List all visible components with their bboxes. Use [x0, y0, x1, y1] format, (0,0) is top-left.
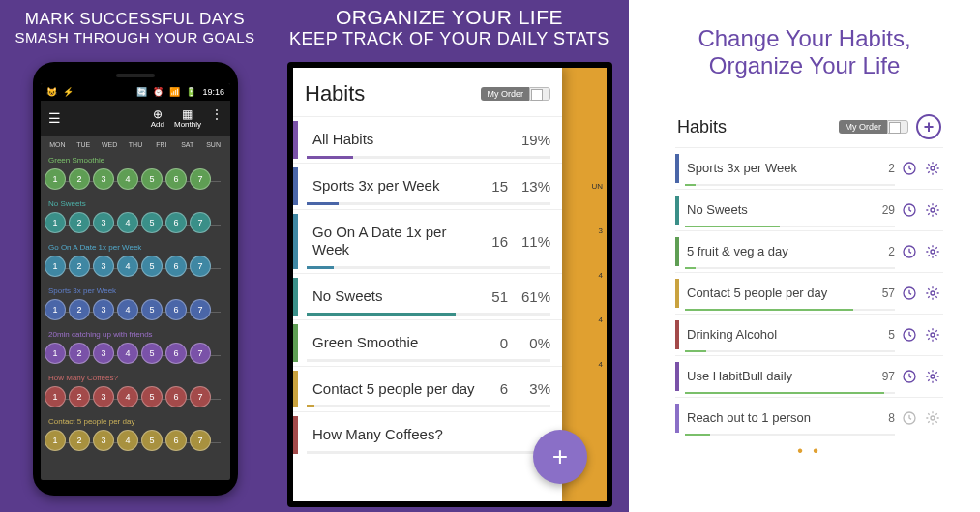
day-bubble[interactable]: 3	[93, 168, 114, 190]
day-bubble[interactable]: 5	[141, 256, 163, 277]
settings-icon[interactable]	[924, 160, 941, 177]
day-bubble[interactable]: 6	[165, 212, 187, 233]
settings-icon[interactable]	[924, 243, 941, 260]
order-toggle[interactable]: My Order	[481, 87, 550, 101]
habit-row[interactable]: Drinking Alcohol5	[675, 314, 943, 355]
reminder-icon[interactable]	[901, 285, 918, 302]
svg-point-9	[931, 333, 935, 337]
day-bubble[interactable]: 5	[141, 343, 163, 364]
habit-count: 8	[870, 411, 895, 425]
day-bubble[interactable]: 6	[165, 343, 187, 364]
day-bubble[interactable]: 1	[45, 386, 66, 407]
clock-text: 19:16	[202, 87, 224, 97]
day-bubble[interactable]: 4	[117, 343, 138, 364]
day-bubble[interactable]: 1	[45, 256, 66, 277]
habit-name: Drinking Alcohol	[677, 327, 870, 343]
fab-add-button[interactable]: +	[533, 430, 587, 484]
day-bubble[interactable]: 7	[190, 430, 211, 451]
habit-row[interactable]: Use HabitBull daily97	[675, 355, 943, 397]
habit-stat-row[interactable]: Contact 5 people per day63%	[293, 366, 562, 412]
day-bubble[interactable]: 7	[190, 256, 211, 277]
day-bubble[interactable]: 4	[117, 386, 138, 407]
habits-card-header: Habits My Order +	[675, 108, 943, 147]
reminder-icon[interactable]	[901, 368, 918, 385]
day-bubble[interactable]: 7	[190, 212, 211, 233]
day-bubble[interactable]: 5	[141, 386, 163, 407]
reminder-icon[interactable]	[901, 243, 918, 260]
progress-bar	[685, 350, 895, 352]
day-bubble[interactable]: 5	[141, 299, 163, 320]
day-bubble[interactable]: 2	[69, 430, 90, 451]
habit-stat-row[interactable]: Go On A Date 1x per Week1611%	[293, 209, 562, 274]
menu-icon[interactable]: ☰	[48, 110, 61, 126]
habit-stat-row[interactable]: Green Smoothie00%	[293, 319, 562, 366]
day-bubble[interactable]: 7	[190, 386, 211, 407]
day-bubble[interactable]: 6	[165, 386, 187, 407]
order-label: My Order	[839, 120, 887, 134]
day-bubble[interactable]: 5	[141, 430, 163, 451]
habit-row[interactable]: Reach out to 1 person8	[675, 397, 943, 438]
day-bubble[interactable]: 4	[117, 212, 138, 233]
day-bubble[interactable]: 2	[69, 386, 90, 407]
day-bubble[interactable]: 5	[141, 168, 163, 190]
day-bubble[interactable]: 4	[117, 430, 138, 451]
habit-stat-row[interactable]: Sports 3x per Week1513%	[293, 163, 562, 209]
day-bubble[interactable]: 3	[93, 212, 114, 233]
progress-bar	[685, 309, 895, 311]
day-bubble[interactable]: 3	[93, 343, 114, 364]
reminder-icon[interactable]	[901, 201, 918, 219]
day-bubble[interactable]: 4	[117, 168, 138, 190]
habit-row[interactable]: No Sweets29	[675, 189, 943, 230]
settings-icon[interactable]	[924, 201, 941, 219]
day-bubble[interactable]: 4	[117, 299, 138, 320]
day-bubble[interactable]: 1	[45, 212, 66, 233]
day-bubble[interactable]: 3	[93, 386, 114, 407]
habit-row[interactable]: 5 fruit & veg a day2	[675, 230, 943, 272]
day-bubble[interactable]: 3	[93, 299, 114, 320]
habit-percent: 3%	[508, 380, 550, 397]
day-bubble[interactable]: 6	[165, 299, 187, 320]
day-bubble[interactable]: 2	[69, 256, 90, 277]
day-bubble[interactable]: 2	[69, 212, 90, 233]
reminder-icon[interactable]	[901, 409, 918, 427]
reminder-icon[interactable]	[901, 160, 918, 177]
habit-week-row: 1234567	[41, 341, 230, 370]
settings-icon[interactable]	[924, 326, 941, 344]
day-bubble[interactable]: 6	[165, 430, 187, 451]
day-bubble[interactable]: 6	[165, 168, 187, 190]
day-bubble[interactable]: 7	[190, 343, 211, 364]
day-bubble[interactable]: 6	[165, 256, 187, 277]
overflow-button[interactable]: ⋮	[211, 108, 223, 129]
svg-point-11	[931, 375, 935, 378]
order-switch[interactable]	[529, 87, 550, 101]
day-bubble[interactable]: 2	[69, 299, 90, 320]
day-bubble[interactable]: 1	[45, 168, 66, 190]
weekday-header: MONTUEWEDTHUFRISATSUN	[41, 136, 230, 152]
add-button[interactable]: ⊕ Add	[151, 108, 164, 129]
day-bubble[interactable]: 5	[141, 212, 163, 233]
day-bubble[interactable]: 2	[69, 168, 90, 190]
add-habit-button[interactable]: +	[916, 114, 941, 139]
habit-stat-row[interactable]: All Habits19%	[293, 116, 562, 163]
day-bubble[interactable]: 7	[190, 168, 211, 190]
monthly-button[interactable]: ▦ Monthly	[174, 108, 201, 129]
day-bubble[interactable]: 2	[69, 343, 90, 364]
habit-stat-row[interactable]: No Sweets5161%	[293, 273, 562, 319]
settings-icon[interactable]	[924, 368, 941, 385]
day-bubble[interactable]: 1	[45, 343, 66, 364]
settings-icon[interactable]	[924, 409, 941, 427]
day-bubble[interactable]: 1	[45, 430, 66, 451]
day-bubble[interactable]: 4	[117, 256, 138, 277]
day-bubble[interactable]: 3	[93, 430, 114, 451]
day-bubble[interactable]: 7	[190, 299, 211, 320]
reminder-icon[interactable]	[901, 326, 918, 344]
day-bubble[interactable]: 1	[45, 299, 66, 320]
settings-icon[interactable]	[924, 285, 941, 302]
habit-stat-row[interactable]: How Many Coffees?	[293, 411, 562, 458]
order-switch[interactable]	[887, 120, 908, 134]
order-toggle[interactable]: My Order	[839, 120, 908, 134]
habit-row[interactable]: Contact 5 people per day57	[675, 272, 943, 314]
day-bubble[interactable]: 3	[93, 256, 114, 277]
habit-row[interactable]: Sports 3x per Week2	[675, 147, 943, 189]
svg-point-3	[931, 208, 935, 212]
